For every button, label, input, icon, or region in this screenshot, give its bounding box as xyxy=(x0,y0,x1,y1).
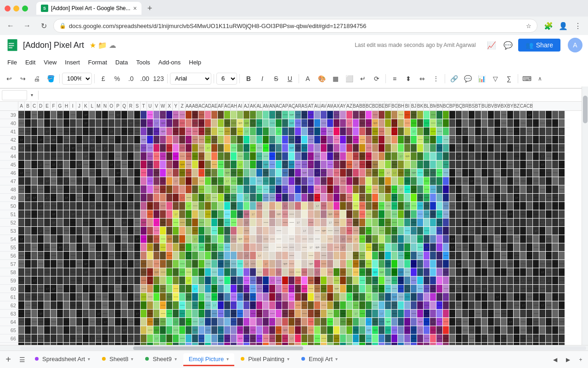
row-header-48[interactable]: 48 xyxy=(0,185,18,194)
cell-reference[interactable] xyxy=(2,90,27,100)
vertical-scrollbar[interactable] xyxy=(582,86,588,345)
col-header-AP[interactable]: AP xyxy=(282,102,288,110)
sheet-list-button[interactable]: ☰ xyxy=(16,353,28,366)
col-header-Z[interactable]: Z xyxy=(179,102,186,110)
col-header-BI[interactable]: BI xyxy=(404,102,411,110)
comment-button[interactable]: 💬 xyxy=(461,72,474,85)
row-header-55[interactable]: 55 xyxy=(0,243,18,252)
decimal2-button[interactable]: .00 xyxy=(138,72,151,85)
col-header-P[interactable]: P xyxy=(115,102,121,110)
col-header-U[interactable]: U xyxy=(147,102,153,110)
sheet-tab-sheet9[interactable]: Sheet9▾ xyxy=(140,353,182,366)
sheet-tab-sheet8[interactable]: Sheet8▾ xyxy=(96,353,139,366)
row-header-43[interactable]: 43 xyxy=(0,144,18,152)
col-header-C[interactable]: C xyxy=(31,102,38,110)
new-tab-button[interactable]: + xyxy=(143,2,156,15)
col-header-G[interactable]: G xyxy=(57,102,63,110)
col-header-BN[interactable]: BN xyxy=(436,102,443,110)
col-header-B[interactable]: B xyxy=(25,102,31,110)
add-sheet-button[interactable]: + xyxy=(2,353,15,366)
col-header-BH[interactable]: BH xyxy=(398,102,404,110)
row-header-62[interactable]: 62 xyxy=(0,301,18,310)
col-header-J[interactable]: J xyxy=(76,102,83,110)
col-header-AE[interactable]: AE xyxy=(211,102,218,110)
col-header-CA[interactable]: CA xyxy=(520,102,526,110)
row-header-45[interactable]: 45 xyxy=(0,161,18,169)
row-header-50[interactable]: 50 xyxy=(0,202,18,210)
row-header-51[interactable]: 51 xyxy=(0,210,18,218)
col-header-AH[interactable]: AH xyxy=(231,102,237,110)
row-header-47[interactable]: 47 xyxy=(0,177,18,185)
row-header-60[interactable]: 60 xyxy=(0,285,18,293)
col-header-N[interactable]: N xyxy=(102,102,108,110)
col-header-BQ[interactable]: BQ xyxy=(456,102,462,110)
row-header-59[interactable]: 59 xyxy=(0,276,18,285)
col-header-BK[interactable]: BK xyxy=(417,102,424,110)
text-direction-button[interactable]: ⇔ xyxy=(416,72,429,85)
col-header-AT[interactable]: AT xyxy=(308,102,314,110)
col-header-AL[interactable]: AL xyxy=(256,102,263,110)
row-header-64[interactable]: 64 xyxy=(0,318,18,326)
col-header-CB[interactable]: CB xyxy=(526,102,533,110)
italic-button[interactable]: I xyxy=(256,72,269,85)
col-header-I[interactable]: I xyxy=(70,102,76,110)
col-header-R[interactable]: R xyxy=(128,102,134,110)
minimize-button[interactable] xyxy=(13,6,19,12)
sheet-tab-emoji-picture[interactable]: Emoji Picture▾ xyxy=(183,353,235,366)
undo-button[interactable]: ↩ xyxy=(3,72,16,85)
browser-tab[interactable]: S [Addon] Pixel Art - Google She... × xyxy=(36,2,141,15)
col-header-AF[interactable]: AF xyxy=(218,102,224,110)
tab-close-button[interactable]: × xyxy=(133,5,137,12)
col-header-BZ[interactable]: BZ xyxy=(514,102,520,110)
row-header-65[interactable]: 65 xyxy=(0,326,18,334)
col-header-AB[interactable]: AB xyxy=(192,102,198,110)
col-header-AI[interactable]: AI xyxy=(237,102,243,110)
menu-addons[interactable]: Add-ons xyxy=(155,57,184,68)
row-header-42[interactable]: 42 xyxy=(0,136,18,144)
row-header-41[interactable]: 41 xyxy=(0,127,18,136)
col-header-AO[interactable]: AO xyxy=(276,102,282,110)
row-header-54[interactable]: 54 xyxy=(0,235,18,243)
col-header-H[interactable]: H xyxy=(63,102,70,110)
col-header-K[interactable]: K xyxy=(83,102,89,110)
star-icon[interactable]: ★ xyxy=(90,41,96,50)
menu-tools[interactable]: Tools xyxy=(132,57,153,68)
tab-chevron-sheet8[interactable]: ▾ xyxy=(131,356,133,362)
row-header-39[interactable]: 39 xyxy=(0,111,18,119)
valign-button[interactable]: ⬍ xyxy=(402,72,415,85)
row-header-46[interactable]: 46 xyxy=(0,169,18,177)
align-button[interactable]: ≡ xyxy=(388,72,401,85)
link-button[interactable]: 🔗 xyxy=(447,72,460,85)
chart-button[interactable]: 📊 xyxy=(475,72,488,85)
col-header-AX[interactable]: AX xyxy=(334,102,340,110)
col-header-BF[interactable]: BF xyxy=(385,102,391,110)
font-select[interactable]: Arial xyxy=(170,73,211,85)
col-header-L[interactable]: L xyxy=(89,102,96,110)
col-header-BT[interactable]: BT xyxy=(475,102,481,110)
refresh-button[interactable]: ↻ xyxy=(37,19,51,33)
col-header-BL[interactable]: BL xyxy=(424,102,430,110)
col-header-BD[interactable]: BD xyxy=(372,102,379,110)
col-header-S[interactable]: S xyxy=(134,102,141,110)
emoji-art-container[interactable] xyxy=(18,111,588,359)
decimal1-button[interactable]: .0 xyxy=(124,72,137,85)
row-header-52[interactable]: 52 xyxy=(0,218,18,227)
wrap-button[interactable]: ↵ xyxy=(356,72,369,85)
col-header-BS[interactable]: BS xyxy=(469,102,475,110)
tab-chevron-sheet9[interactable]: ▾ xyxy=(175,356,177,362)
col-header-M[interactable]: M xyxy=(96,102,102,110)
comment-icon[interactable]: 💬 xyxy=(502,39,514,52)
col-header-AQ[interactable]: AQ xyxy=(288,102,295,110)
formula-expand[interactable]: ▾ xyxy=(29,92,35,98)
tab-chevron-emoji-art[interactable]: ▾ xyxy=(335,356,338,362)
col-header-BO[interactable]: BO xyxy=(443,102,449,110)
menu-edit[interactable]: Edit xyxy=(22,57,39,68)
col-header-BV[interactable]: BV xyxy=(488,102,494,110)
menu-format[interactable]: Format xyxy=(85,57,111,68)
row-header-66[interactable]: 66 xyxy=(0,334,18,343)
col-header-AS[interactable]: AS xyxy=(301,102,308,110)
sheet-tab-emoji-art[interactable]: Emoji Art▾ xyxy=(296,353,343,366)
row-header-49[interactable]: 49 xyxy=(0,194,18,202)
col-header-AM[interactable]: AM xyxy=(263,102,269,110)
paint-format-button[interactable]: 🪣 xyxy=(44,72,57,85)
